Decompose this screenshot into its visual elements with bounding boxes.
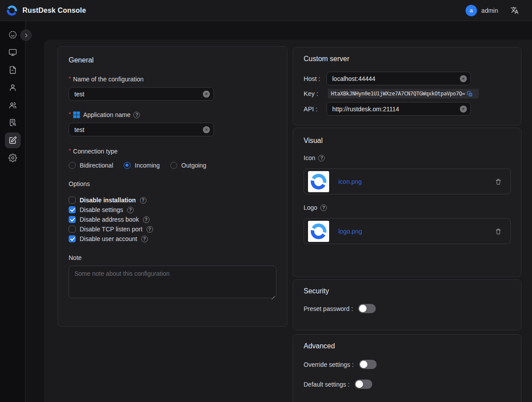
sidebar-item-settings[interactable] [5, 150, 21, 166]
logo-file-link[interactable]: logo.png [338, 228, 362, 235]
checkbox-icon[interactable] [69, 235, 76, 242]
advanced-title: Advanced [304, 342, 510, 350]
user-avatar[interactable]: a [466, 5, 477, 16]
sidebar-item-overview[interactable] [5, 27, 21, 43]
security-title: Security [304, 287, 510, 295]
logo-thumbnail [308, 221, 329, 242]
chevron-right-icon [23, 33, 29, 38]
custom-server-panel: Custom server Host : ✕ Key : HtaXBkJNHyn… [293, 47, 521, 125]
sidebar-item-devices[interactable] [5, 44, 21, 60]
translate-icon[interactable] [510, 6, 519, 15]
help-icon[interactable] [318, 155, 325, 161]
icon-file-link[interactable]: icon.png [338, 178, 362, 185]
default-settings-row: Default settings : [304, 380, 510, 389]
sidebar-expand-button[interactable] [20, 29, 32, 41]
checkbox-disable-user-account[interactable]: Disable user account [69, 234, 276, 244]
checkbox-icon[interactable] [69, 197, 76, 204]
default-settings-toggle[interactable] [355, 380, 372, 389]
api-input[interactable] [327, 102, 471, 116]
icon-upload-box: icon.png [304, 168, 511, 194]
advanced-panel: Advanced Override settings : Default set… [293, 334, 521, 402]
connection-type-label: * Connection type [69, 148, 276, 155]
audit-log-icon [8, 118, 17, 127]
app-header: RustDesk Console a admin [0, 0, 532, 21]
user-icon [8, 83, 17, 92]
api-row: API : ✕ [304, 102, 510, 116]
sidebar-item-audit[interactable] [5, 115, 21, 131]
application-name-inputbox: ✕ [69, 123, 214, 136]
smiley-icon [8, 30, 17, 39]
sidebar [0, 21, 26, 402]
preset-password-label: Preset password : [304, 305, 353, 312]
brand: RustDesk Console [6, 5, 86, 16]
required-mark: * [69, 111, 71, 117]
radio-icon[interactable] [170, 162, 177, 169]
key-label: Key : [304, 90, 327, 97]
preset-password-toggle[interactable] [358, 304, 376, 313]
radio-icon[interactable] [69, 162, 76, 169]
config-name-input[interactable] [69, 87, 214, 101]
copy-icon[interactable] [467, 91, 473, 97]
users-icon [8, 101, 17, 110]
windows-icon [73, 111, 80, 118]
custom-server-title: Custom server [304, 55, 510, 63]
help-icon[interactable] [320, 205, 327, 211]
sidebar-item-users[interactable] [5, 80, 21, 95]
checkbox-icon[interactable] [69, 216, 76, 223]
options-list: Disable installation Disable settings Di… [69, 195, 276, 244]
key-row: Key : HtaXBkJNHyn0e1U1jWXze7A7CN7QTGWqxk… [304, 89, 510, 99]
application-name-label: * Application name [69, 111, 276, 118]
note-label: Note [69, 254, 276, 261]
main-content: General * Name of the configuration ✕ * … [44, 40, 532, 402]
help-icon[interactable] [133, 112, 140, 118]
key-valuebox: HtaXBkJNHyn0e1U1jWXze7A7CN7QTGWqxkOtpaVp… [328, 89, 479, 99]
radio-bidirectional[interactable]: Bidirectional [69, 162, 113, 169]
clear-application-name-icon[interactable]: ✕ [203, 126, 210, 133]
general-title: General [69, 56, 276, 64]
logo-upload-box: logo.png [304, 218, 511, 244]
edit-icon [8, 136, 17, 145]
checkbox-icon[interactable] [69, 226, 76, 233]
radio-icon[interactable] [124, 162, 131, 169]
user-name[interactable]: admin [481, 7, 498, 14]
help-icon[interactable] [140, 197, 147, 204]
monitor-icon [8, 48, 17, 57]
checkbox-disable-tcp-listen-port[interactable]: Disable TCP listen port [69, 224, 276, 234]
application-name-input[interactable] [69, 123, 214, 136]
help-icon[interactable] [147, 226, 153, 233]
override-settings-label: Override settings : [304, 361, 354, 368]
checkbox-disable-settings[interactable]: Disable settings [69, 205, 276, 215]
override-settings-toggle[interactable] [359, 360, 377, 369]
delete-logo-file-icon[interactable] [495, 228, 502, 235]
clear-host-icon[interactable]: ✕ [460, 75, 467, 82]
sidebar-item-groups[interactable] [5, 97, 21, 113]
clear-config-name-icon[interactable]: ✕ [203, 91, 210, 98]
rustdesk-logo-icon [310, 223, 327, 240]
delete-icon-file-icon[interactable] [495, 178, 502, 185]
preset-password-row: Preset password : [304, 304, 510, 313]
note-textarea[interactable] [69, 266, 276, 298]
key-value: HtaXBkJNHyn0e1U1jWXze7A7CN7QTGWqxkOtpaVp… [331, 91, 465, 97]
default-settings-label: Default settings : [304, 381, 349, 388]
logo-label: Logo [304, 204, 510, 211]
host-input[interactable] [327, 72, 471, 85]
host-row: Host : ✕ [304, 72, 510, 85]
host-inputbox: ✕ [327, 72, 471, 85]
checkbox-disable-address-book[interactable]: Disable address book [69, 215, 276, 224]
sidebar-item-custom-clients[interactable] [5, 132, 21, 148]
checkbox-disable-installation[interactable]: Disable installation [69, 195, 276, 205]
required-mark: * [69, 75, 71, 82]
rustdesk-logo-icon [310, 173, 327, 190]
override-settings-row: Override settings : [304, 360, 510, 369]
config-name-inputbox: ✕ [69, 87, 214, 101]
help-icon[interactable] [143, 216, 150, 223]
sidebar-item-sessions[interactable] [5, 62, 21, 78]
clear-api-icon[interactable]: ✕ [460, 106, 467, 113]
api-inputbox: ✕ [327, 102, 471, 116]
radio-outgoing[interactable]: Outgoing [170, 162, 206, 169]
radio-incoming[interactable]: Incoming [124, 162, 160, 169]
checkbox-icon[interactable] [69, 206, 76, 213]
general-panel: General * Name of the configuration ✕ * … [58, 46, 287, 327]
help-icon[interactable] [141, 236, 148, 242]
help-icon[interactable] [127, 207, 134, 213]
